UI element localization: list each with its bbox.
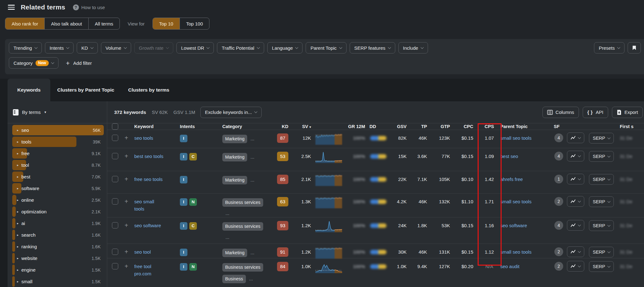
column-header-gr[interactable]: GR 12M — [348, 124, 369, 129]
filter-include[interactable]: Include — [398, 42, 428, 53]
parent-topic-link[interactable]: ahrefs free — [500, 177, 523, 182]
filter-serp-features[interactable]: SERP features — [350, 42, 395, 53]
parent-topic-link[interactable]: small seo tools — [500, 199, 531, 204]
sidebar-term-small[interactable]: ▸small1.5K — [12, 276, 104, 287]
filter-category[interactable]: Category New — [9, 57, 58, 69]
row-checkbox[interactable] — [112, 176, 118, 182]
menu-icon[interactable] — [8, 3, 15, 11]
serp-button[interactable]: SERP — [589, 261, 614, 272]
top-option-top-10[interactable]: Top 10 — [153, 18, 180, 29]
columns-button[interactable]: Columns — [542, 107, 579, 118]
keyword-link[interactable]: free seo tools — [134, 176, 163, 183]
position-chart-button[interactable] — [567, 151, 584, 161]
serp-button[interactable]: SERP — [589, 133, 614, 144]
column-header-sf[interactable]: SF — [554, 124, 567, 129]
tab-keywords[interactable]: Keywords — [8, 79, 50, 101]
category-more[interactable]: ... — [250, 250, 254, 255]
exclude-keywords-button[interactable]: Exclude keywords in... — [200, 107, 262, 118]
filter-lowest-dr[interactable]: Lowest DR — [176, 42, 214, 53]
tab-clusters-by-terms[interactable]: Clusters by terms — [121, 79, 176, 101]
filter-volume[interactable]: Volume — [101, 42, 131, 53]
keyword-link[interactable]: free tool pro.com — [134, 263, 165, 277]
column-header-sv[interactable]: SV▾ — [291, 124, 314, 129]
position-chart-button[interactable] — [567, 220, 584, 231]
parent-topic-link[interactable]: seo software — [500, 223, 527, 228]
add-keyword-icon[interactable]: + — [125, 222, 128, 228]
add-keyword-icon[interactable]: + — [125, 198, 128, 205]
sidebar-term-best[interactable]: ▸best7.0K — [12, 172, 104, 182]
column-header-cpc[interactable]: CPC — [455, 124, 478, 129]
position-chart-button[interactable] — [567, 261, 584, 272]
add-keyword-icon[interactable]: + — [125, 249, 128, 255]
row-checkbox[interactable] — [112, 153, 118, 159]
column-header-gtp[interactable]: GTP — [432, 124, 455, 129]
tab-clusters-by-parent-topic[interactable]: Clusters by Parent Topic — [50, 79, 121, 101]
serp-button[interactable]: SERP — [589, 196, 614, 207]
column-header-keyword[interactable]: Keyword — [134, 124, 180, 129]
presets-button[interactable]: Presets — [594, 42, 625, 53]
keyword-link[interactable]: seo small tools — [134, 198, 165, 212]
filter-traffic-potential[interactable]: Traffic Potential — [217, 42, 264, 53]
add-keyword-icon[interactable]: + — [125, 263, 128, 269]
sidebar-term-ranking[interactable]: ▸ranking1.6K — [12, 241, 104, 252]
scope-option-also-rank-for[interactable]: Also rank for — [5, 18, 44, 29]
sidebar-term-optimization[interactable]: ▸optimization2.1K — [12, 206, 104, 217]
parent-topic-link[interactable]: best seo — [500, 154, 518, 159]
filter-parent-topic[interactable]: Parent Topic — [306, 42, 346, 53]
keyword-link[interactable]: best seo tools — [134, 153, 164, 160]
export-button[interactable]: Export — [612, 107, 643, 118]
add-keyword-icon[interactable]: + — [125, 176, 128, 182]
filter-intents[interactable]: Intents — [45, 42, 74, 53]
parent-topic-link[interactable]: small seo tools — [500, 249, 531, 255]
scope-option-also-talk-about[interactable]: Also talk about — [44, 18, 88, 29]
sidebar-term-engine[interactable]: ▸engine1.5K — [12, 265, 104, 275]
column-header-tp[interactable]: TP — [412, 124, 432, 129]
column-header-dd[interactable]: DD — [369, 124, 392, 129]
category-more[interactable]: ... — [250, 136, 254, 141]
position-chart-button[interactable] — [567, 132, 584, 143]
add-filter-button[interactable]: + Add filter — [66, 60, 92, 66]
row-checkbox[interactable] — [112, 222, 118, 228]
parent-topic-link[interactable]: seo audit — [500, 264, 519, 269]
row-checkbox[interactable] — [112, 249, 118, 255]
api-button[interactable]: { } API — [583, 107, 608, 118]
serp-button[interactable]: SERP — [589, 220, 614, 231]
serp-button[interactable]: SERP — [589, 174, 614, 185]
top-option-top-100[interactable]: Top 100 — [180, 18, 209, 29]
filter-language[interactable]: Language — [267, 42, 303, 53]
category-more[interactable]: ... — [250, 177, 254, 183]
filter-growth-rate[interactable]: Growth rate — [134, 42, 173, 53]
sidebar-term-website[interactable]: ▸website1.5K — [12, 253, 104, 263]
category-more[interactable]: ... — [225, 211, 230, 216]
keyword-link[interactable]: seo tool — [134, 249, 151, 256]
category-more[interactable]: ... — [249, 276, 253, 281]
sidebar-term-ai[interactable]: ▸ai1.9K — [12, 218, 104, 228]
column-header-first[interactable]: First s — [620, 124, 642, 129]
sidebar-term-software[interactable]: ▸software5.9K — [12, 183, 104, 194]
row-checkbox[interactable] — [112, 198, 118, 205]
position-chart-button[interactable] — [567, 196, 584, 207]
bookmark-button[interactable] — [628, 42, 641, 53]
column-header-gsv[interactable]: GSV — [392, 124, 412, 129]
row-checkbox[interactable] — [112, 135, 118, 141]
sidebar-term-tool[interactable]: ▸tool8.7K — [12, 160, 104, 170]
category-more[interactable]: ... — [225, 234, 230, 240]
add-keyword-icon[interactable]: + — [125, 135, 128, 141]
serp-button[interactable]: SERP — [589, 247, 614, 257]
sidebar-term-free[interactable]: ▸free9.1K — [12, 148, 104, 159]
position-chart-button[interactable] — [567, 246, 584, 257]
keyword-link[interactable]: seo software — [134, 222, 161, 229]
category-more[interactable]: ... — [250, 154, 254, 160]
by-terms-dropdown[interactable]: By terms ▾ — [8, 101, 107, 123]
column-header-category[interactable]: Category — [222, 124, 276, 129]
select-all-checkbox[interactable] — [112, 123, 118, 130]
column-header-cps[interactable]: CPS — [478, 124, 500, 129]
sidebar-term-seo[interactable]: ▸seo56K — [12, 125, 104, 135]
sidebar-term-search[interactable]: ▸search1.6K — [12, 230, 104, 240]
scope-option-all-terms[interactable]: All terms — [88, 18, 119, 29]
keyword-link[interactable]: seo tools — [134, 135, 153, 142]
row-checkbox[interactable] — [112, 263, 118, 269]
sidebar-term-tools[interactable]: ▸tools39K — [12, 137, 104, 147]
parent-topic-link[interactable]: small seo tools — [500, 135, 531, 141]
column-header-parent[interactable]: Parent Topic — [500, 124, 554, 129]
